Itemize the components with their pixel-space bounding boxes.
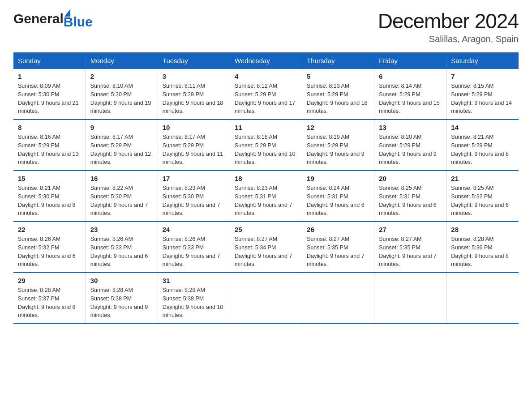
day-info: Sunrise: 8:17 AMSunset: 5:29 PMDaylight:… <box>90 133 153 167</box>
day-number: 18 <box>235 175 297 182</box>
calendar-week-row: 22Sunrise: 8:26 AMSunset: 5:32 PMDayligh… <box>13 222 519 273</box>
day-number: 12 <box>307 124 369 131</box>
calendar-cell <box>302 273 374 324</box>
calendar-cell: 5Sunrise: 8:13 AMSunset: 5:29 PMDaylight… <box>302 69 374 120</box>
weekday-header-saturday: Saturday <box>446 52 519 69</box>
calendar-cell <box>446 273 519 324</box>
day-info: Sunrise: 8:26 AMSunset: 5:33 PMDaylight:… <box>163 235 225 269</box>
calendar-cell: 19Sunrise: 8:24 AMSunset: 5:31 PMDayligh… <box>302 171 374 222</box>
day-number: 31 <box>163 277 225 284</box>
calendar-cell: 28Sunrise: 8:28 AMSunset: 5:36 PMDayligh… <box>446 222 519 273</box>
calendar-cell: 15Sunrise: 8:21 AMSunset: 5:30 PMDayligh… <box>13 171 86 222</box>
day-info: Sunrise: 8:13 AMSunset: 5:29 PMDaylight:… <box>307 82 369 116</box>
day-number: 17 <box>163 175 225 182</box>
day-info: Sunrise: 8:12 AMSunset: 5:29 PMDaylight:… <box>235 82 297 116</box>
day-info: Sunrise: 8:28 AMSunset: 5:38 PMDaylight:… <box>90 286 153 320</box>
day-info: Sunrise: 8:18 AMSunset: 5:29 PMDaylight:… <box>235 133 297 167</box>
calendar-cell: 18Sunrise: 8:23 AMSunset: 5:31 PMDayligh… <box>230 171 302 222</box>
month-title: December 2024 <box>378 9 519 33</box>
day-number: 16 <box>90 175 153 182</box>
day-number: 27 <box>379 226 442 233</box>
day-info: Sunrise: 8:28 AMSunset: 5:36 PMDaylight:… <box>451 235 514 269</box>
day-number: 14 <box>451 124 514 131</box>
calendar-cell: 20Sunrise: 8:25 AMSunset: 5:31 PMDayligh… <box>374 171 446 222</box>
day-info: Sunrise: 8:11 AMSunset: 5:29 PMDaylight:… <box>163 82 225 116</box>
day-number: 25 <box>235 226 297 233</box>
calendar-cell: 16Sunrise: 8:22 AMSunset: 5:30 PMDayligh… <box>86 171 158 222</box>
day-number: 10 <box>163 124 225 131</box>
calendar-cell: 25Sunrise: 8:27 AMSunset: 5:34 PMDayligh… <box>230 222 302 273</box>
day-info: Sunrise: 8:25 AMSunset: 5:31 PMDaylight:… <box>379 184 442 218</box>
day-number: 24 <box>163 226 225 233</box>
day-info: Sunrise: 8:27 AMSunset: 5:35 PMDaylight:… <box>307 235 369 269</box>
day-number: 1 <box>18 73 81 80</box>
day-info: Sunrise: 8:14 AMSunset: 5:29 PMDaylight:… <box>379 82 442 116</box>
day-number: 11 <box>235 124 297 131</box>
weekday-header-sunday: Sunday <box>13 52 86 69</box>
day-number: 3 <box>163 73 225 80</box>
calendar-cell: 3Sunrise: 8:11 AMSunset: 5:29 PMDaylight… <box>158 69 230 120</box>
calendar-cell: 6Sunrise: 8:14 AMSunset: 5:29 PMDaylight… <box>374 69 446 120</box>
weekday-header-friday: Friday <box>374 52 446 69</box>
calendar-week-row: 1Sunrise: 8:09 AMSunset: 5:30 PMDaylight… <box>13 69 519 120</box>
calendar-week-row: 15Sunrise: 8:21 AMSunset: 5:30 PMDayligh… <box>13 171 519 222</box>
day-info: Sunrise: 8:26 AMSunset: 5:33 PMDaylight:… <box>90 235 153 269</box>
calendar-cell: 30Sunrise: 8:28 AMSunset: 5:38 PMDayligh… <box>86 273 158 324</box>
logo-right-section: Blue <box>64 9 93 29</box>
calendar-cell: 13Sunrise: 8:20 AMSunset: 5:29 PMDayligh… <box>374 120 446 171</box>
day-number: 29 <box>18 277 81 284</box>
page-header: General Blue December 2024 Salillas, Ara… <box>13 9 519 44</box>
day-number: 8 <box>18 124 81 131</box>
location-text: Salillas, Aragon, Spain <box>378 34 519 44</box>
day-info: Sunrise: 8:25 AMSunset: 5:32 PMDaylight:… <box>451 184 514 218</box>
day-number: 22 <box>18 226 81 233</box>
calendar-week-row: 8Sunrise: 8:16 AMSunset: 5:29 PMDaylight… <box>13 120 519 171</box>
weekday-header-thursday: Thursday <box>302 52 374 69</box>
day-number: 19 <box>307 175 369 182</box>
calendar-cell: 31Sunrise: 8:28 AMSunset: 5:38 PMDayligh… <box>158 273 230 324</box>
calendar-cell <box>374 273 446 324</box>
day-info: Sunrise: 8:17 AMSunset: 5:29 PMDaylight:… <box>163 133 225 167</box>
day-info: Sunrise: 8:19 AMSunset: 5:29 PMDaylight:… <box>307 133 369 167</box>
day-info: Sunrise: 8:15 AMSunset: 5:29 PMDaylight:… <box>451 82 514 116</box>
day-info: Sunrise: 8:26 AMSunset: 5:32 PMDaylight:… <box>18 235 81 269</box>
day-info: Sunrise: 8:23 AMSunset: 5:31 PMDaylight:… <box>235 184 297 218</box>
calendar-cell: 17Sunrise: 8:23 AMSunset: 5:30 PMDayligh… <box>158 171 230 222</box>
calendar-table: SundayMondayTuesdayWednesdayThursdayFrid… <box>13 52 519 324</box>
calendar-cell: 1Sunrise: 8:09 AMSunset: 5:30 PMDaylight… <box>13 69 86 120</box>
logo: General Blue <box>13 9 93 29</box>
day-number: 23 <box>90 226 153 233</box>
day-info: Sunrise: 8:21 AMSunset: 5:29 PMDaylight:… <box>451 133 514 167</box>
day-info: Sunrise: 8:21 AMSunset: 5:30 PMDaylight:… <box>18 184 81 218</box>
calendar-cell: 24Sunrise: 8:26 AMSunset: 5:33 PMDayligh… <box>158 222 230 273</box>
day-info: Sunrise: 8:24 AMSunset: 5:31 PMDaylight:… <box>307 184 369 218</box>
day-info: Sunrise: 8:23 AMSunset: 5:30 PMDaylight:… <box>163 184 225 218</box>
calendar-cell: 27Sunrise: 8:27 AMSunset: 5:35 PMDayligh… <box>374 222 446 273</box>
day-info: Sunrise: 8:28 AMSunset: 5:38 PMDaylight:… <box>163 286 225 320</box>
calendar-header: SundayMondayTuesdayWednesdayThursdayFrid… <box>13 52 519 69</box>
day-info: Sunrise: 8:27 AMSunset: 5:34 PMDaylight:… <box>235 235 297 269</box>
day-info: Sunrise: 8:27 AMSunset: 5:35 PMDaylight:… <box>379 235 442 269</box>
day-number: 30 <box>90 277 153 284</box>
day-info: Sunrise: 8:22 AMSunset: 5:30 PMDaylight:… <box>90 184 153 218</box>
day-number: 15 <box>18 175 81 182</box>
day-number: 26 <box>307 226 369 233</box>
day-info: Sunrise: 8:09 AMSunset: 5:30 PMDaylight:… <box>18 82 81 116</box>
day-number: 2 <box>90 73 153 80</box>
calendar-week-row: 29Sunrise: 8:28 AMSunset: 5:37 PMDayligh… <box>13 273 519 324</box>
calendar-cell: 9Sunrise: 8:17 AMSunset: 5:29 PMDaylight… <box>86 120 158 171</box>
calendar-cell: 14Sunrise: 8:21 AMSunset: 5:29 PMDayligh… <box>446 120 519 171</box>
day-number: 4 <box>235 73 297 80</box>
calendar-cell: 29Sunrise: 8:28 AMSunset: 5:37 PMDayligh… <box>13 273 86 324</box>
day-info: Sunrise: 8:10 AMSunset: 5:30 PMDaylight:… <box>90 82 153 116</box>
weekday-header-row: SundayMondayTuesdayWednesdayThursdayFrid… <box>13 52 519 69</box>
title-section: December 2024 Salillas, Aragon, Spain <box>378 9 519 44</box>
calendar-cell: 23Sunrise: 8:26 AMSunset: 5:33 PMDayligh… <box>86 222 158 273</box>
calendar-cell: 8Sunrise: 8:16 AMSunset: 5:29 PMDaylight… <box>13 120 86 171</box>
calendar-cell <box>230 273 302 324</box>
day-info: Sunrise: 8:20 AMSunset: 5:29 PMDaylight:… <box>379 133 442 167</box>
day-info: Sunrise: 8:28 AMSunset: 5:37 PMDaylight:… <box>18 286 81 320</box>
calendar-cell: 7Sunrise: 8:15 AMSunset: 5:29 PMDaylight… <box>446 69 519 120</box>
calendar-body: 1Sunrise: 8:09 AMSunset: 5:30 PMDaylight… <box>13 69 519 324</box>
day-info: Sunrise: 8:16 AMSunset: 5:29 PMDaylight:… <box>18 133 81 167</box>
